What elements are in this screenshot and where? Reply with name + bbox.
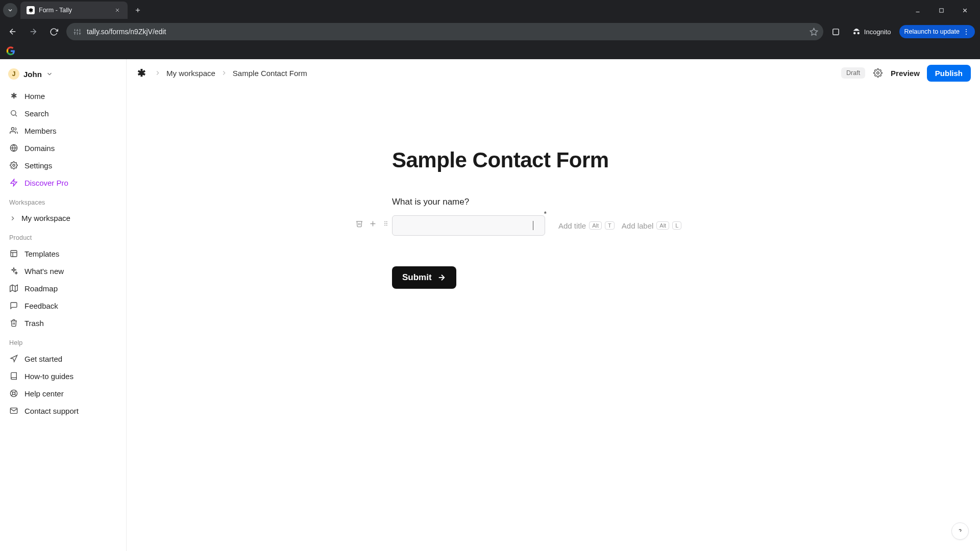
trash-icon	[355, 219, 363, 228]
sidebar-item-discover-pro[interactable]: Discover Pro	[4, 174, 122, 191]
address-bar[interactable]: tally.so/forms/n9ZkjV/edit	[66, 23, 823, 40]
bolt-icon	[9, 178, 18, 187]
svg-point-46	[386, 221, 387, 222]
add-label-button[interactable]: Add label Alt L	[622, 221, 682, 230]
kbd-alt: Alt	[656, 221, 669, 230]
sidebar-item-helpcenter[interactable]: Help center	[4, 385, 122, 402]
plus-icon	[134, 7, 141, 14]
publish-button[interactable]: Publish	[927, 65, 971, 82]
chevron-right-icon	[220, 69, 228, 77]
window-minimize-button[interactable]	[911, 3, 925, 17]
arrow-left-icon	[8, 27, 17, 36]
relaunch-label: Relaunch to update	[904, 28, 960, 35]
required-indicator: *	[544, 210, 547, 218]
sidebar-item-label: Contact support	[24, 407, 79, 415]
search-icon	[9, 109, 18, 118]
browser-tab[interactable]: ✱ Form - Tally	[20, 2, 128, 19]
extensions-button[interactable]	[828, 24, 844, 39]
sidebar: J John ✱ Home Search Members Domains Set…	[0, 59, 127, 551]
new-tab-button[interactable]	[131, 3, 145, 17]
sidebar-item-label: Templates	[24, 249, 59, 258]
sidebar-item-templates[interactable]: Templates	[4, 245, 122, 262]
status-badge: Draft	[841, 67, 865, 79]
sidebar-item-whatsnew[interactable]: What's new	[4, 263, 122, 279]
form-title[interactable]: Sample Contact Form	[392, 148, 749, 172]
user-menu[interactable]: J John	[4, 66, 122, 87]
sidebar-workspace-item[interactable]: My workspace	[4, 210, 122, 226]
arrow-right-icon	[437, 273, 446, 282]
sidebar-item-guides[interactable]: How-to guides	[4, 368, 122, 384]
bookmark-google[interactable]	[5, 45, 16, 57]
window-maximize-button[interactable]	[934, 3, 948, 17]
form-settings-button[interactable]	[872, 67, 884, 79]
svg-point-26	[13, 164, 15, 166]
map-icon	[9, 284, 18, 293]
tab-close-button[interactable]	[113, 6, 121, 14]
field-row: * Add title Alt T Add label Alt L	[392, 215, 749, 236]
sidebar-section-product: Product	[4, 227, 122, 244]
nav-back-button[interactable]	[5, 24, 20, 39]
app-header: ✱ My workspace Sample Contact Form Draft…	[127, 59, 980, 87]
sidebar-item-members[interactable]: Members	[4, 122, 122, 139]
sidebar-item-roadmap[interactable]: Roadmap	[4, 280, 122, 296]
sidebar-item-label: How-to guides	[24, 372, 74, 381]
incognito-indicator[interactable]: Incognito	[849, 27, 894, 36]
sidebar-item-label: Members	[24, 127, 57, 135]
trash-icon	[9, 318, 18, 328]
svg-point-42	[877, 72, 879, 74]
svg-marker-27	[11, 179, 17, 186]
sidebar-item-domains[interactable]: Domains	[4, 140, 122, 156]
sidebar-item-label: Settings	[24, 161, 52, 170]
arrow-right-icon	[29, 27, 38, 36]
site-settings-button[interactable]	[71, 26, 83, 37]
sidebar-item-getstarted[interactable]: Get started	[4, 350, 122, 367]
breadcrumb-form[interactable]: Sample Contact Form	[233, 69, 307, 78]
help-fab-button[interactable]	[951, 522, 969, 540]
nav-forward-button[interactable]	[26, 24, 41, 39]
breadcrumb: My workspace Sample Contact Form	[154, 69, 307, 78]
question-label[interactable]: What is your name?	[392, 197, 749, 207]
sidebar-section-help: Help	[4, 332, 122, 349]
app-logo-icon[interactable]: ✱	[136, 67, 147, 79]
submit-label: Submit	[402, 272, 432, 283]
field-aux-actions: Add title Alt T Add label Alt L	[558, 221, 681, 230]
drag-icon	[382, 220, 389, 227]
svg-point-48	[386, 223, 387, 224]
chevron-down-icon	[7, 7, 13, 13]
form-canvas[interactable]: Sample Contact Form What is your name? *	[127, 87, 980, 551]
gear-icon	[9, 161, 18, 170]
name-input[interactable]: *	[392, 215, 545, 236]
sidebar-item-label: Feedback	[24, 302, 58, 310]
breadcrumb-workspace[interactable]: My workspace	[166, 69, 215, 78]
submit-row: Submit	[392, 266, 749, 289]
delete-block-button[interactable]	[354, 218, 364, 229]
svg-marker-34	[11, 355, 17, 362]
sidebar-item-trash[interactable]: Trash	[4, 315, 122, 331]
sidebar-item-search[interactable]: Search	[4, 105, 122, 121]
relaunch-update-button[interactable]: Relaunch to update ⋮	[899, 25, 975, 38]
sidebar-item-label: Help center	[24, 389, 64, 398]
sidebar-item-feedback[interactable]: Feedback	[4, 297, 122, 314]
bookmark-button[interactable]	[810, 28, 818, 36]
life-buoy-icon	[9, 389, 18, 398]
svg-marker-19	[810, 28, 817, 35]
svg-rect-5	[939, 8, 943, 12]
main-content: ✱ My workspace Sample Contact Form Draft…	[127, 59, 980, 551]
tab-search-button[interactable]	[3, 3, 17, 17]
sidebar-item-label: Home	[24, 92, 45, 101]
chevron-right-icon	[154, 69, 161, 77]
drag-handle[interactable]	[381, 218, 391, 229]
sidebar-item-settings[interactable]: Settings	[4, 157, 122, 173]
chevron-down-icon	[46, 70, 53, 78]
nav-reload-button[interactable]	[46, 24, 61, 39]
sidebar-item-home[interactable]: ✱ Home	[4, 88, 122, 104]
tab-strip: ✱ Form - Tally	[0, 0, 980, 20]
add-block-button[interactable]	[368, 218, 378, 229]
kbd-t: T	[605, 221, 615, 230]
submit-button[interactable]: Submit	[392, 266, 456, 289]
preview-button[interactable]: Preview	[891, 69, 920, 78]
window-close-button[interactable]	[958, 3, 972, 17]
sidebar-item-contact[interactable]: Contact support	[4, 403, 122, 419]
add-title-button[interactable]: Add title Alt T	[558, 221, 615, 230]
templates-icon	[9, 249, 18, 258]
